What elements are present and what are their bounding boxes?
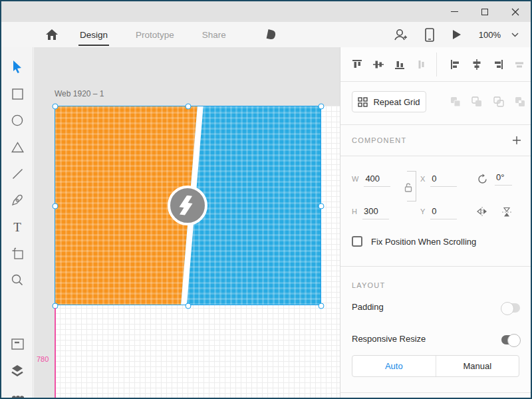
y-label: Y [420, 207, 425, 215]
invite-button[interactable] [393, 22, 408, 47]
align-top-icon [352, 59, 362, 70]
artboard-icon [11, 247, 24, 260]
resize-manual-option[interactable]: Manual [436, 356, 519, 376]
flip-horizontal-button[interactable] [477, 207, 487, 216]
device-preview-button[interactable] [425, 22, 434, 47]
repeat-grid-icon [358, 97, 368, 107]
tool-artboard[interactable] [1, 242, 33, 265]
maximize-icon [481, 9, 488, 15]
zoom-control[interactable]: 100% [479, 30, 519, 40]
boolean-add-button[interactable] [450, 96, 462, 108]
align-right-icon [493, 59, 503, 70]
artboard[interactable] [55, 106, 341, 398]
plugins-panel-button[interactable] [1, 389, 33, 398]
distribute-horizontal-button[interactable] [513, 59, 525, 70]
layers-icon [11, 364, 24, 376]
align-bottom-icon [394, 59, 405, 70]
x-value[interactable]: 0 [430, 174, 457, 187]
align-top-button[interactable] [351, 59, 363, 70]
repeat-grid-label: Repeat Grid [373, 97, 420, 107]
tab-share[interactable]: Share [202, 22, 226, 47]
height-label: H [352, 207, 357, 215]
logo-glyph-icon [179, 196, 196, 215]
close-button[interactable] [500, 1, 531, 22]
resize-auto-option[interactable]: Auto [352, 356, 436, 376]
assets-panel-button[interactable] [1, 332, 33, 355]
home-button[interactable] [45, 22, 59, 47]
boolean-subtract-icon [471, 96, 483, 108]
flip-vertical-icon [501, 207, 512, 217]
align-bottom-button[interactable] [394, 59, 406, 70]
align-center-button[interactable] [471, 59, 483, 70]
fix-position-row[interactable]: Fix Position When Scrolling [352, 236, 476, 247]
select-cursor-icon [12, 61, 23, 73]
line-icon [12, 168, 23, 180]
tool-text[interactable]: T [1, 215, 33, 238]
boolean-subtract-button[interactable] [471, 96, 483, 108]
placeholder-image[interactable] [55, 106, 321, 305]
plus-icon [512, 136, 521, 145]
property-panel: Repeat Grid COMPONENT W 400 X 0 [340, 47, 531, 398]
lock-aspect-button[interactable] [404, 182, 412, 194]
rotation-icon [477, 174, 488, 185]
image-logo-badge [168, 186, 207, 225]
chevron-down-icon [511, 33, 519, 37]
fix-position-checkbox[interactable] [352, 236, 362, 247]
maximize-button[interactable] [469, 1, 500, 22]
align-left-button[interactable] [450, 59, 462, 70]
align-left-icon [450, 59, 461, 70]
app-window: Design Prototype Share [0, 0, 532, 399]
align-middle-icon [373, 59, 384, 70]
align-center-icon [471, 59, 482, 70]
tool-line[interactable] [1, 162, 33, 185]
height-field[interactable]: H 300 [352, 206, 389, 219]
x-field[interactable]: X 0 [420, 174, 457, 187]
component-section-header: COMPONENT [352, 136, 406, 144]
canvas[interactable]: Web 1920 – 1 [34, 47, 341, 398]
tool-polygon[interactable] [1, 136, 33, 158]
tool-rectangle[interactable] [1, 82, 33, 105]
artboard-title[interactable]: Web 1920 – 1 [55, 89, 104, 98]
distribute-vertical-button[interactable] [415, 59, 427, 70]
padding-toggle[interactable] [501, 303, 520, 313]
x-label: X [420, 175, 425, 183]
repeat-grid-button[interactable]: Repeat Grid [352, 91, 426, 112]
responsive-resize-label: Responsive Resize [352, 334, 426, 344]
width-label: W [352, 175, 358, 183]
viewport-height-line [55, 308, 56, 398]
preview-play-button[interactable] [452, 22, 462, 47]
user-add-icon [393, 28, 408, 41]
rotation-field[interactable]: 0° [477, 172, 512, 186]
plugins-puzzle-icon [11, 396, 24, 398]
responsive-resize-toggle[interactable] [501, 335, 520, 344]
y-value[interactable]: 0 [430, 206, 457, 219]
y-field[interactable]: Y 0 [420, 206, 457, 219]
layers-panel-button[interactable] [1, 359, 33, 382]
height-value[interactable]: 300 [362, 206, 389, 219]
tab-prototype[interactable]: Prototype [136, 22, 174, 47]
padding-label: Padding [352, 302, 384, 312]
minimize-button[interactable] [439, 1, 469, 22]
boolean-add-icon [450, 96, 462, 108]
rotation-value[interactable]: 0° [495, 172, 512, 186]
tool-zoom[interactable] [1, 269, 33, 291]
align-right-button[interactable] [492, 59, 504, 70]
width-field[interactable]: W 400 [352, 174, 390, 187]
menu-button[interactable] [12, 22, 27, 47]
align-middle-button[interactable] [372, 59, 384, 70]
tool-ellipse[interactable] [1, 109, 33, 132]
flip-vertical-button[interactable] [501, 207, 512, 217]
zoom-value: 100% [479, 30, 501, 40]
layout-section-header: LAYOUT [352, 281, 385, 289]
tab-design[interactable]: Design [80, 22, 108, 47]
boolean-intersect-button[interactable] [493, 96, 505, 108]
distribute-horizontal-icon [514, 59, 525, 70]
add-component-button[interactable] [512, 136, 521, 145]
mode-tabs: Design Prototype Share [80, 22, 226, 47]
tool-select[interactable] [1, 55, 33, 78]
title-bar [1, 1, 531, 22]
resize-mode-segmented: Auto Manual [352, 355, 519, 377]
width-value[interactable]: 400 [364, 174, 390, 187]
tool-pen[interactable] [1, 189, 33, 211]
boolean-exclude-button[interactable] [514, 96, 526, 108]
